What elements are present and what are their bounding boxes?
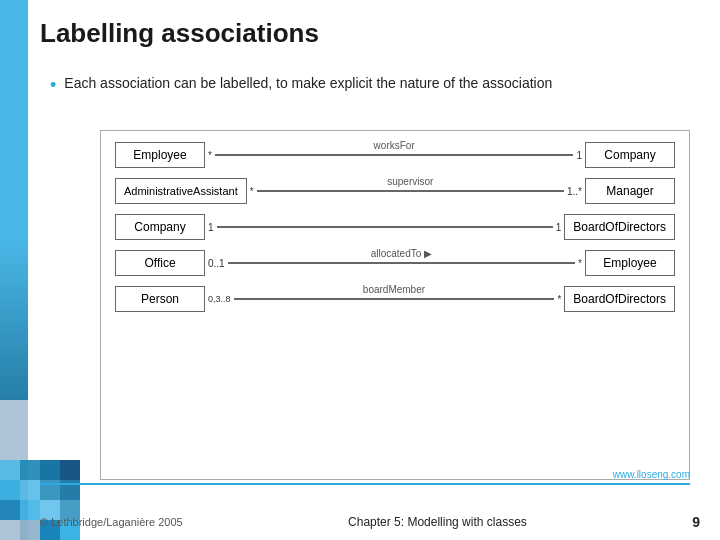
mult-right-2: 1..* [567, 186, 582, 197]
mult-right-4: * [578, 258, 582, 269]
connector-1: * worksFor 1 [205, 141, 585, 169]
slide-header: Labelling associations [40, 18, 700, 61]
uml-inner: Employee * worksFor 1 Company Administra… [101, 131, 689, 479]
mult-left-1: * [208, 150, 212, 161]
footer-page: 9 [692, 514, 700, 530]
box-admin: AdministrativeAssistant [115, 178, 247, 204]
bullet-point: • Each association can be labelled, to m… [50, 75, 700, 97]
mult-left-4: 0..1 [208, 258, 225, 269]
box-office: Office [115, 250, 205, 276]
left-bar [0, 0, 28, 540]
connector-2: * supervisor 1..* [247, 177, 585, 205]
diagram-row-5: Person 0,3..8 boardMember * BoardOfDirec… [115, 285, 675, 313]
box-company-2: Company [115, 214, 205, 240]
line-5: boardMember [234, 298, 555, 300]
line-2: supervisor [257, 190, 564, 192]
slide-content: • Each association can be labelled, to m… [50, 75, 700, 111]
box-employee-1: Employee [115, 142, 205, 168]
slide-title: Labelling associations [40, 18, 700, 49]
mult-right-5: * [557, 294, 561, 305]
box-person: Person [115, 286, 205, 312]
website-label: www.lloseng.com [613, 469, 690, 480]
slide-footer: © Lethbridge/Laganière 2005 Chapter 5: M… [40, 514, 700, 530]
label-4: allocatedTo ▶ [371, 248, 432, 259]
line-4: allocatedTo ▶ [228, 262, 575, 264]
line-1: worksFor [215, 154, 574, 156]
label-2: supervisor [387, 176, 433, 187]
box-company-1: Company [585, 142, 675, 168]
diagram-row-3: Company 1 1 BoardOfDirectors [115, 213, 675, 241]
connector-4: 0..1 allocatedTo ▶ * [205, 249, 585, 277]
footer-copyright: © Lethbridge/Laganière 2005 [40, 516, 183, 528]
connector-3: 1 1 [205, 213, 564, 241]
bullet-icon: • [50, 75, 56, 97]
bottom-line [40, 483, 690, 485]
left-bar-top [0, 0, 28, 400]
diagram-row-2: AdministrativeAssistant * supervisor 1..… [115, 177, 675, 205]
box-bod-2: BoardOfDirectors [564, 286, 675, 312]
label-5: boardMember [363, 284, 425, 295]
diagram-row-1: Employee * worksFor 1 Company [115, 141, 675, 169]
box-manager: Manager [585, 178, 675, 204]
bullet-text: Each association can be labelled, to mak… [64, 75, 552, 91]
mult-left-5: 0,3..8 [208, 294, 231, 304]
mult-right-3: 1 [556, 222, 562, 233]
slide-container: Labelling associations • Each associatio… [0, 0, 720, 540]
box-employee-2: Employee [585, 250, 675, 276]
connector-5: 0,3..8 boardMember * [205, 285, 564, 313]
uml-diagram: Employee * worksFor 1 Company Administra… [100, 130, 690, 480]
box-bod-1: BoardOfDirectors [564, 214, 675, 240]
mult-right-1: 1 [576, 150, 582, 161]
mult-left-2: * [250, 186, 254, 197]
label-1: worksFor [374, 140, 415, 151]
diagram-row-4: Office 0..1 allocatedTo ▶ * Employee [115, 249, 675, 277]
footer-chapter: Chapter 5: Modelling with classes [203, 515, 673, 529]
mult-left-3: 1 [208, 222, 214, 233]
line-3 [217, 226, 553, 228]
